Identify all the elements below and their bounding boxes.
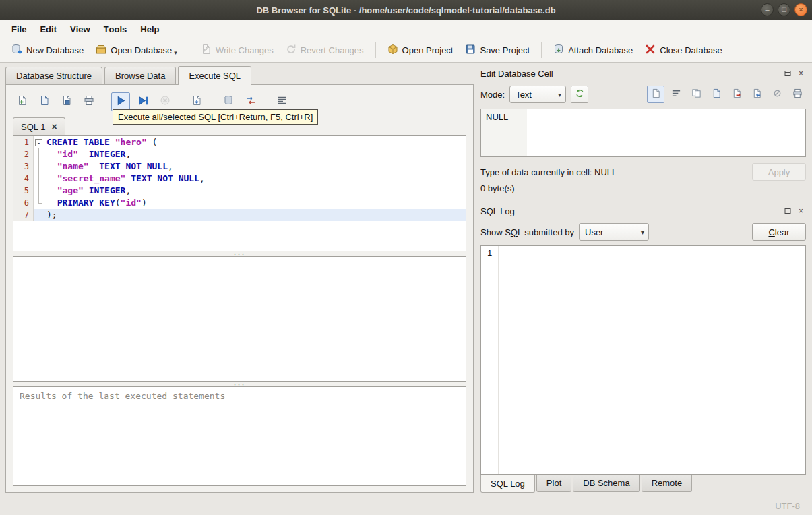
mode-label: Mode: — [480, 90, 505, 100]
save-project-button[interactable]: Save Project — [459, 40, 536, 60]
open-database-button[interactable]: Open Database ▾ — [90, 40, 183, 60]
new-sql-tab-button[interactable] — [13, 92, 32, 111]
tab-database-structure[interactable]: Database Structure — [5, 67, 102, 84]
log-filter-select[interactable]: User ▾ — [579, 223, 649, 241]
toolbar-separator — [541, 42, 542, 58]
menu-item-help[interactable]: Help — [133, 20, 166, 38]
fold-column: - — [34, 136, 44, 148]
code-text: ); — [44, 209, 466, 221]
tab-execute-sql[interactable]: Execute SQL — [178, 66, 251, 85]
execute-line-icon — [137, 95, 149, 109]
results-grid[interactable] — [13, 256, 466, 382]
menu-item-tools[interactable]: Tools — [97, 20, 134, 38]
tab-remote[interactable]: Remote — [642, 475, 693, 492]
log-line-number: 1 — [481, 246, 499, 474]
menu-item-view[interactable]: View — [63, 20, 97, 38]
new-database-label: New Database — [26, 45, 84, 55]
find-replace-button[interactable] — [241, 92, 260, 111]
set-null-button[interactable] — [768, 86, 786, 103]
execute-sql-pane: SQL 1 × 1-CREATE TABLE "hero" (2 "id" IN… — [5, 84, 474, 493]
attach-database-icon — [553, 44, 564, 57]
close-database-icon — [645, 44, 656, 57]
print-icon — [84, 95, 94, 109]
main-toolbar: New Database Open Database ▾ Write Chang… — [0, 38, 812, 63]
save-sql-file-button[interactable] — [57, 92, 76, 111]
export-cell-button[interactable] — [728, 86, 745, 103]
float-icon[interactable] — [782, 206, 792, 216]
text-mode-button[interactable] — [647, 86, 664, 103]
tab-plot[interactable]: Plot — [536, 475, 571, 492]
tab-browse-data[interactable]: Browse Data — [104, 67, 176, 84]
save-cell-button[interactable] — [708, 86, 725, 103]
dock-close-icon[interactable]: × — [796, 206, 806, 216]
database-export-icon — [223, 95, 234, 109]
import-cell-button[interactable] — [748, 86, 766, 103]
sql-file-tab[interactable]: SQL 1 × — [13, 117, 65, 135]
set-null-icon — [772, 88, 782, 101]
save-sql-file-icon — [61, 95, 72, 109]
sql-log-view[interactable]: 1 — [480, 245, 806, 475]
open-database-label: Open Database — [111, 45, 172, 55]
splitter-dots-icon: ··· — [234, 253, 246, 255]
open-database-dropdown-icon[interactable]: ▾ — [174, 49, 177, 57]
sql-tab-close-icon[interactable]: × — [51, 122, 57, 131]
code-text: CREATE TABLE "hero" ( — [44, 136, 466, 148]
code-text: "secret_name" TEXT NOT NULL, — [44, 173, 466, 185]
execute-line-button[interactable] — [133, 92, 152, 111]
cell-toolbar — [647, 86, 806, 103]
print-button[interactable] — [80, 92, 98, 111]
menubar: File Edit View Tools Help — [0, 20, 812, 38]
open-sql-file-button[interactable] — [35, 92, 54, 111]
open-project-button[interactable]: Open Project — [381, 40, 460, 60]
sql-log-title: SQL Log — [480, 206, 779, 216]
auto-detect-mode-button[interactable] — [571, 86, 588, 103]
code-line: 1-CREATE TABLE "hero" ( — [13, 136, 466, 148]
clear-button[interactable]: Clear — [752, 223, 806, 241]
code-text: "name" TEXT NOT NULL, — [44, 160, 466, 173]
maximize-icon[interactable]: □ — [778, 3, 790, 16]
copy-cell-button[interactable] — [687, 86, 705, 103]
close-database-button[interactable]: Close Database — [639, 40, 728, 60]
line-number: 6 — [13, 197, 34, 209]
print-cell-button[interactable] — [788, 86, 806, 103]
mode-select[interactable]: Text ▾ — [509, 86, 566, 103]
code-line: 2 "id" INTEGER, — [13, 148, 466, 160]
tab-db-schema[interactable]: DB Schema — [573, 475, 639, 492]
new-database-button[interactable]: New Database — [5, 40, 90, 60]
auto-detect-mode-icon — [575, 88, 585, 101]
cell-editor[interactable]: NULL — [480, 109, 806, 157]
statusbar: UTF-8 — [0, 497, 812, 515]
minimize-icon[interactable]: – — [761, 3, 774, 16]
clear-button-label: Clear — [768, 227, 789, 237]
results-message-area[interactable]: Results of the last executed statements — [13, 386, 466, 486]
dock-close-icon[interactable]: × — [796, 69, 806, 79]
execute-all-button[interactable] — [111, 92, 130, 111]
save-results-button[interactable] — [187, 92, 206, 111]
close-database-label: Close Database — [660, 45, 722, 55]
toolbar-separator — [375, 42, 376, 58]
menu-item-edit[interactable]: Edit — [33, 20, 63, 38]
attach-database-button[interactable]: Attach Database — [547, 40, 639, 60]
format-lines-button[interactable] — [273, 92, 292, 111]
close-icon[interactable]: × — [794, 3, 807, 16]
titlebar[interactable]: DB Browser for SQLite - /home/user/code/… — [0, 0, 812, 20]
float-icon[interactable] — [782, 69, 792, 79]
menu-item-file[interactable]: File — [5, 20, 33, 38]
code-text: "id" INTEGER, — [44, 148, 466, 160]
export-cell-icon — [732, 88, 742, 101]
text-mode-icon — [651, 88, 661, 101]
edit-cell-dock-header: Edit Database Cell × — [480, 67, 806, 80]
results-splitter-handle[interactable]: ··· — [6, 382, 473, 386]
word-wrap-button[interactable] — [667, 86, 685, 103]
database-export-button[interactable] — [219, 92, 238, 111]
fold-column — [34, 209, 44, 221]
edit-cell-title: Edit Database Cell — [480, 69, 779, 79]
sql-editor[interactable]: 1-CREATE TABLE "hero" (2 "id" INTEGER,3 … — [13, 135, 466, 251]
code-line: 3 "name" TEXT NOT NULL, — [13, 160, 466, 173]
editor-splitter-handle[interactable]: ··· — [6, 251, 473, 256]
print-cell-icon — [792, 88, 803, 101]
cell-value: NULL — [486, 112, 508, 122]
tab-sql-log[interactable]: SQL Log — [480, 475, 535, 493]
open-project-label: Open Project — [402, 45, 454, 55]
fold-collapse-icon[interactable]: - — [35, 139, 42, 146]
